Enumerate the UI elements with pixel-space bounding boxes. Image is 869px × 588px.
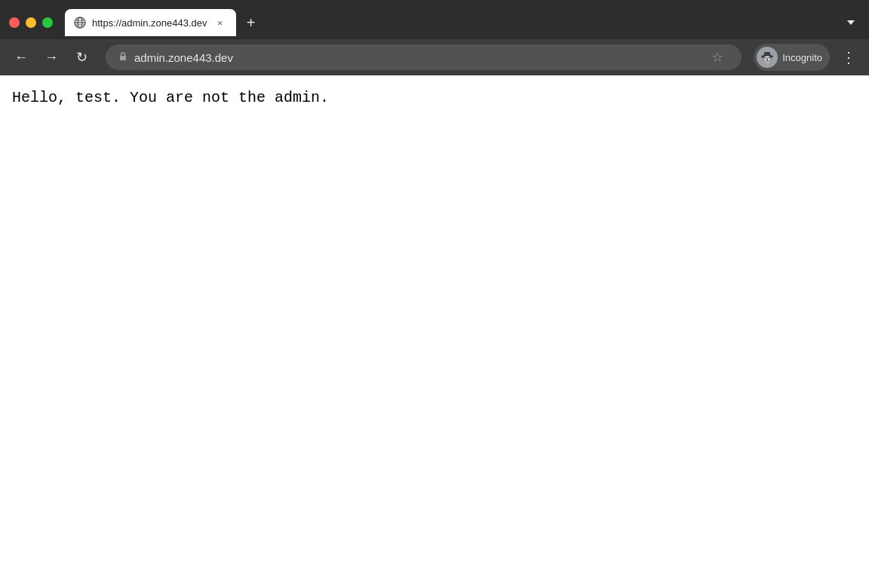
reload-icon: ↻	[76, 49, 88, 66]
svg-point-11	[768, 58, 771, 61]
svg-rect-6	[120, 56, 126, 60]
globe-icon	[74, 17, 86, 29]
active-tab[interactable]: https://admin.zone443.dev ×	[65, 9, 236, 36]
more-icon: ⋮	[841, 48, 855, 66]
bookmark-button[interactable]: ☆	[705, 45, 729, 69]
close-window-button[interactable]	[9, 17, 20, 28]
forward-icon: →	[45, 50, 58, 66]
star-icon: ☆	[711, 49, 723, 66]
new-tab-button[interactable]: +	[239, 11, 263, 35]
incognito-label: Incognito	[782, 52, 822, 63]
browser-menu-button[interactable]: ⋮	[836, 45, 860, 69]
page-body-text: Hello, test. You are not the admin.	[12, 89, 857, 106]
url-text: admin.zone443.dev	[134, 51, 699, 64]
maximize-window-button[interactable]	[42, 17, 53, 28]
incognito-profile[interactable]: Incognito	[754, 44, 830, 71]
url-bar[interactable]: admin.zone443.dev ☆	[106, 44, 742, 70]
window-controls	[6, 17, 53, 28]
svg-point-13	[766, 61, 768, 62]
back-icon: ←	[14, 50, 28, 66]
forward-button[interactable]: →	[39, 45, 63, 69]
page-content: Hello, test. You are not the admin.	[0, 75, 869, 588]
address-bar: ← → ↻ admin.zone443.dev ☆	[0, 39, 869, 75]
lock-icon	[118, 51, 128, 64]
tab-close-button[interactable]: ×	[213, 16, 227, 29]
back-button[interactable]: ←	[9, 45, 33, 69]
incognito-icon	[757, 47, 778, 68]
svg-marker-5	[847, 20, 855, 25]
browser-chrome: https://admin.zone443.dev × + ← → ↻	[0, 0, 869, 75]
minimize-window-button[interactable]	[26, 17, 36, 28]
tab-bar: https://admin.zone443.dev × +	[0, 0, 869, 39]
tab-title: https://admin.zone443.dev	[92, 17, 207, 29]
svg-point-10	[764, 58, 767, 61]
tab-dropdown-button[interactable]	[839, 11, 863, 35]
reload-button[interactable]: ↻	[69, 45, 94, 69]
